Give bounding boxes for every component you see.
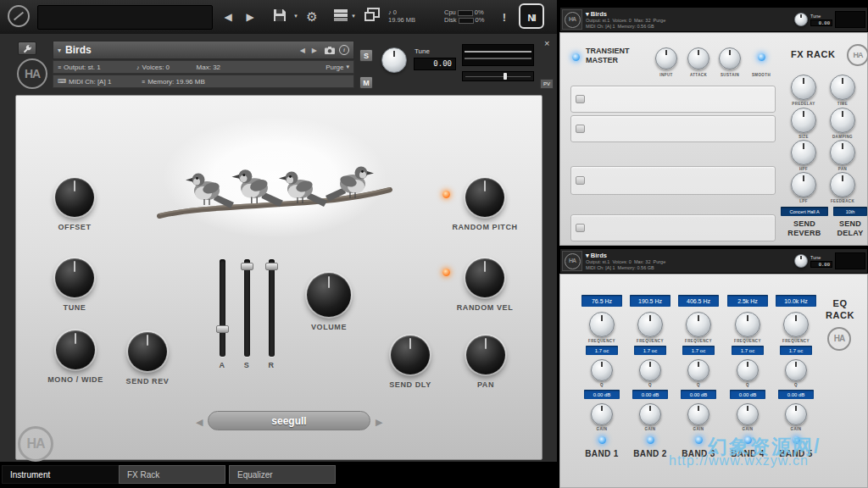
fx-slot-1[interactable] <box>570 86 776 113</box>
mini-purge[interactable]: Purge <box>654 259 666 264</box>
send-dly-knob[interactable] <box>391 336 430 374</box>
transient-attack-knob[interactable] <box>687 47 709 69</box>
master-tune-knob[interactable] <box>381 47 407 73</box>
band1-bandwidth-display[interactable]: 1.7 oc <box>586 346 618 355</box>
reverb-preset-select[interactable]: Concert Hall A <box>781 207 828 216</box>
mini-tune-value[interactable]: 0.00 <box>810 19 832 26</box>
smooth-led[interactable] <box>758 53 765 61</box>
browse-next-button[interactable]: ▶ <box>241 7 259 27</box>
band5-q-knob[interactable] <box>785 359 807 381</box>
sample-next-icon[interactable]: ▶ <box>376 414 382 430</box>
band2-bandwidth-display[interactable]: 1.7 oc <box>634 346 666 355</box>
band5-freq-display[interactable]: 10.0k Hz <box>776 295 816 307</box>
env-sustain-handle[interactable] <box>241 263 253 270</box>
band4-gain-knob[interactable] <box>737 403 759 425</box>
lpf-knob[interactable] <box>791 172 816 197</box>
band5-gain-display[interactable]: 0.00 dB <box>778 390 814 399</box>
next-instrument-icon[interactable]: ▶ <box>312 47 317 54</box>
hpf-knob[interactable] <box>791 140 816 165</box>
band4-frequency-knob[interactable] <box>735 312 760 337</box>
alert-icon[interactable]: ! <box>499 8 509 28</box>
delay-preset-select[interactable]: 10th <box>833 207 867 216</box>
collapse-icon[interactable]: ▾ <box>58 47 61 54</box>
fx-slot-2-handle[interactable] <box>576 125 585 133</box>
mini-tune-knob[interactable] <box>794 13 808 26</box>
band2-frequency-knob[interactable] <box>637 312 663 337</box>
band2-gain-knob[interactable] <box>639 403 661 425</box>
browse-prev-button[interactable]: ◀ <box>219 7 237 27</box>
band2-q-knob[interactable] <box>639 359 661 381</box>
mini-tune-value[interactable]: 0.00 <box>810 261 832 268</box>
random-vel-led[interactable] <box>442 269 450 276</box>
window-layout-icon[interactable] <box>364 8 380 25</box>
tab-equalizer[interactable]: Equalizer <box>229 465 336 484</box>
band4-gain-display[interactable]: 0.00 dB <box>730 390 765 399</box>
fx-mini-header[interactable]: HA ▾ Birds Output: st.1 Voices: 0 Max: 3… <box>559 7 868 32</box>
eq-mini-header[interactable]: HA ▾ Birds Output: st.1 Voices: 0 Max: 3… <box>559 248 868 274</box>
mini-tune-knob[interactable] <box>794 254 808 268</box>
env-sustain-slider[interactable] <box>244 259 250 357</box>
band5-frequency-knob[interactable] <box>783 312 809 337</box>
wrench-icon[interactable] <box>18 42 36 55</box>
purge-dropdown-icon[interactable]: ▾ <box>346 64 349 70</box>
band3-gain-knob[interactable] <box>687 403 709 425</box>
rack-view-icon[interactable] <box>334 9 348 25</box>
prev-instrument-icon[interactable]: ◀ <box>300 47 305 54</box>
band3-enable-led[interactable] <box>695 436 703 444</box>
band5-bandwidth-display[interactable]: 1.7 oc <box>780 346 812 355</box>
tune-knob[interactable] <box>55 258 94 297</box>
time-knob[interactable] <box>830 75 855 100</box>
mini-collapse-icon[interactable]: ▾ <box>586 252 589 259</box>
mini-collapse-icon[interactable]: ▾ <box>586 10 589 18</box>
mini-purge[interactable]: Purge <box>654 18 666 23</box>
band3-freq-display[interactable]: 406.5 Hz <box>678 295 719 307</box>
sample-prev-icon[interactable]: ◀ <box>196 414 203 430</box>
band1-gain-knob[interactable] <box>591 403 613 425</box>
kontakt-logo-icon[interactable] <box>8 5 30 27</box>
band2-gain-display[interactable]: 0.00 dB <box>632 390 668 399</box>
fx-slot-2[interactable] <box>570 115 776 142</box>
ni-logo[interactable]: NI <box>519 3 544 29</box>
solo-button[interactable]: S <box>359 49 373 62</box>
transient-input-knob[interactable] <box>655 47 677 69</box>
damping-knob[interactable] <box>830 108 855 133</box>
info-icon[interactable]: i <box>339 45 349 55</box>
snapshot-camera-icon[interactable] <box>325 42 335 58</box>
band4-freq-display[interactable]: 2.5k Hz <box>727 295 768 307</box>
predelay-knob[interactable] <box>791 75 816 100</box>
offset-knob[interactable] <box>55 178 94 217</box>
band3-bandwidth-display[interactable]: 1.7 oc <box>682 346 715 355</box>
feedback-knob[interactable] <box>830 172 855 197</box>
env-attack-slider[interactable] <box>220 259 225 357</box>
env-release-handle[interactable] <box>265 263 278 270</box>
output-fader[interactable] <box>462 71 534 81</box>
gear-icon[interactable]: ⚙ <box>303 7 320 27</box>
transient-sustain-knob[interactable] <box>719 47 741 69</box>
size-knob[interactable] <box>791 108 816 133</box>
max-voices[interactable]: Max: 32 <box>197 64 248 71</box>
fx-pan-knob[interactable] <box>830 140 855 165</box>
instrument-title-bar[interactable]: ▾ Birds ◀ ▶ i <box>53 41 354 59</box>
save-icon[interactable] <box>273 8 287 25</box>
sample-selector[interactable]: seegull <box>208 411 370 430</box>
close-icon[interactable]: × <box>544 38 549 48</box>
band3-q-knob[interactable] <box>687 359 709 381</box>
tab-fx-rack[interactable]: FX Rack <box>119 465 225 484</box>
purge-menu[interactable]: Purge <box>326 64 343 71</box>
tune-value-display[interactable]: 0.00 <box>414 58 456 70</box>
fx-slot-3[interactable] <box>570 166 776 195</box>
fx-slot-3-handle[interactable] <box>576 176 585 185</box>
mono-wide-knob[interactable] <box>56 330 95 369</box>
fx-slot-4-handle[interactable] <box>576 224 585 232</box>
band1-q-knob[interactable] <box>591 359 613 381</box>
env-attack-handle[interactable] <box>216 325 229 333</box>
band1-frequency-knob[interactable] <box>589 312 615 337</box>
fx-slot-4[interactable] <box>570 214 776 241</box>
random-vel-knob[interactable] <box>465 258 504 297</box>
band4-enable-led[interactable] <box>744 436 752 444</box>
random-pitch-led[interactable] <box>442 191 450 198</box>
band1-gain-display[interactable]: 0.00 dB <box>584 390 620 399</box>
env-release-slider[interactable] <box>269 259 275 357</box>
output-menu-icon[interactable]: ≡ <box>58 64 61 70</box>
save-dropdown-icon[interactable]: ▾ <box>292 6 300 26</box>
